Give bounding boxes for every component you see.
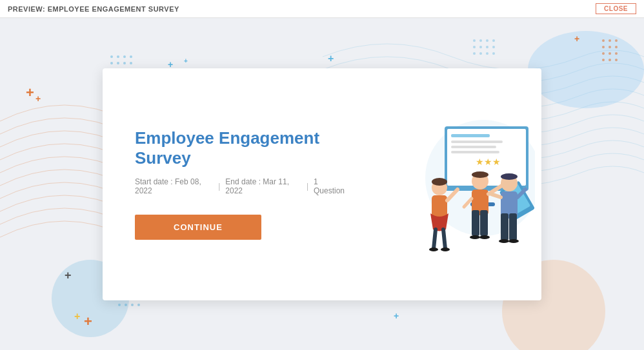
svg-point-5 bbox=[615, 46, 618, 48]
svg-point-3 bbox=[602, 46, 605, 48]
questions-count: 1 Question bbox=[314, 177, 348, 195]
svg-point-4 bbox=[609, 46, 611, 48]
plus-deco-12: + bbox=[394, 311, 399, 320]
svg-point-9 bbox=[602, 59, 605, 61]
svg-point-50 bbox=[473, 39, 476, 42]
separator-1: | bbox=[218, 182, 220, 191]
svg-point-15 bbox=[130, 55, 132, 58]
svg-rect-65 bbox=[451, 134, 490, 137]
svg-point-8 bbox=[615, 52, 618, 55]
svg-line-78 bbox=[434, 229, 436, 249]
svg-point-56 bbox=[486, 46, 488, 48]
svg-rect-85 bbox=[472, 210, 479, 236]
svg-line-79 bbox=[443, 229, 445, 249]
svg-point-80 bbox=[429, 248, 438, 251]
svg-rect-66 bbox=[451, 141, 503, 143]
svg-point-99 bbox=[508, 239, 519, 243]
svg-point-75 bbox=[432, 178, 447, 186]
svg-point-83 bbox=[472, 171, 488, 178]
svg-text:★★★: ★★★ bbox=[476, 157, 501, 167]
svg-point-11 bbox=[615, 59, 618, 61]
plus-deco-1: + bbox=[26, 86, 34, 100]
card-left-section: Employee Engagement Survey Start date : … bbox=[103, 102, 374, 266]
svg-point-59 bbox=[479, 52, 482, 55]
svg-point-47 bbox=[125, 304, 127, 306]
svg-point-19 bbox=[130, 62, 132, 64]
svg-point-49 bbox=[137, 304, 140, 306]
svg-rect-68 bbox=[451, 151, 499, 153]
svg-point-17 bbox=[117, 62, 119, 64]
svg-point-46 bbox=[118, 304, 121, 306]
svg-point-14 bbox=[123, 55, 126, 58]
card-right-section: ★★★ bbox=[374, 68, 541, 300]
svg-point-52 bbox=[486, 39, 488, 42]
header-title: PREVIEW: EMPLOYEE ENGAGEMENT SURVEY bbox=[8, 5, 179, 13]
svg-point-0 bbox=[602, 39, 605, 42]
svg-point-54 bbox=[473, 46, 476, 48]
svg-point-61 bbox=[492, 52, 495, 55]
svg-point-57 bbox=[492, 46, 495, 48]
plus-deco-4: + bbox=[184, 58, 188, 64]
svg-rect-67 bbox=[451, 146, 496, 148]
svg-rect-76 bbox=[432, 195, 447, 218]
svg-point-53 bbox=[492, 39, 495, 42]
svg-rect-95 bbox=[509, 213, 517, 240]
svg-point-51 bbox=[479, 39, 482, 42]
svg-point-2 bbox=[615, 39, 618, 42]
svg-point-12 bbox=[110, 55, 113, 58]
separator-2: | bbox=[307, 182, 308, 191]
survey-meta: Start date : Feb 08, 2022 | End date : M… bbox=[135, 177, 348, 195]
svg-point-55 bbox=[479, 46, 482, 48]
plus-deco-8: + bbox=[74, 311, 80, 322]
svg-point-18 bbox=[123, 62, 126, 64]
svg-point-98 bbox=[499, 239, 509, 243]
continue-button[interactable]: CONTINUE bbox=[135, 215, 261, 240]
header: PREVIEW: EMPLOYEE ENGAGEMENT SURVEY CLOS… bbox=[0, 0, 644, 18]
background-area: + + + + + + + + + + + + bbox=[0, 18, 644, 350]
svg-rect-86 bbox=[480, 210, 488, 236]
plus-deco-9: + bbox=[84, 315, 92, 329]
svg-point-58 bbox=[473, 52, 476, 55]
survey-illustration: ★★★ bbox=[380, 94, 535, 275]
svg-point-16 bbox=[110, 62, 113, 64]
svg-point-90 bbox=[479, 235, 490, 239]
svg-point-1 bbox=[609, 39, 611, 42]
svg-point-60 bbox=[486, 52, 488, 55]
survey-card: Employee Engagement Survey Start date : … bbox=[103, 68, 541, 300]
svg-point-92 bbox=[501, 173, 518, 180]
plus-deco-2: + bbox=[35, 94, 41, 103]
survey-title: Employee Engagement Survey bbox=[135, 128, 348, 168]
dots-top-far-right bbox=[471, 37, 510, 70]
plus-deco-11: + bbox=[574, 34, 579, 43]
end-date: End date : Mar 11, 2022 bbox=[225, 177, 301, 195]
plus-deco-5: + bbox=[328, 53, 334, 64]
close-button[interactable]: CLOSE bbox=[596, 3, 636, 14]
svg-point-13 bbox=[117, 55, 119, 58]
svg-point-48 bbox=[131, 304, 134, 306]
plus-deco-10: + bbox=[65, 269, 72, 281]
svg-point-89 bbox=[470, 235, 480, 239]
svg-point-7 bbox=[609, 52, 611, 55]
svg-point-10 bbox=[609, 59, 611, 61]
svg-rect-94 bbox=[501, 213, 508, 240]
start-date: Start date : Feb 08, 2022 bbox=[135, 177, 213, 195]
svg-point-6 bbox=[602, 52, 605, 55]
dots-top-right bbox=[600, 37, 632, 76]
svg-point-81 bbox=[441, 248, 450, 251]
